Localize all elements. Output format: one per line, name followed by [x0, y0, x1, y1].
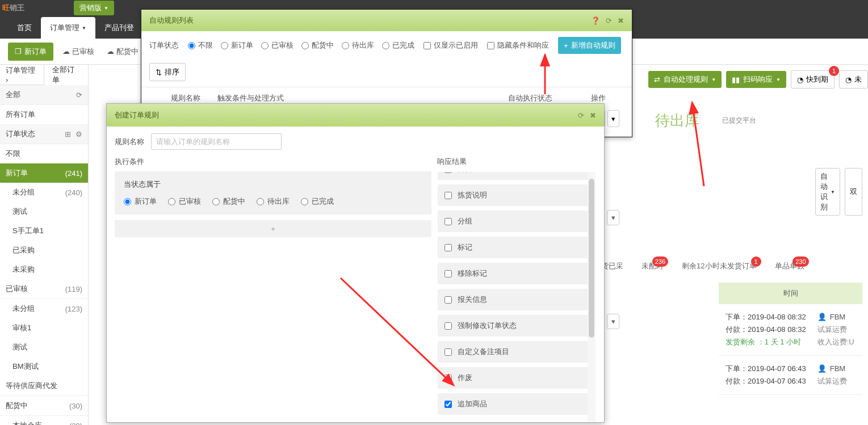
stat-unmatched-badge: 236 [652, 256, 668, 267]
sidebar-reviewed[interactable]: 已审核(119) [0, 279, 88, 299]
sidebar-header-status: 订单状态 ⊞⚙ [0, 124, 88, 144]
stat-12h-badge: 1 [751, 256, 761, 267]
sidebar-manual[interactable]: S手工单1 [0, 221, 88, 241]
add-product-link[interactable]: +追加商品 [438, 419, 479, 422]
marketing-menu[interactable]: 营销版▼ [74, 1, 114, 15]
resp-item[interactable]: 拣货说明 [438, 184, 593, 206]
resp-item[interactable]: 移除标记 [438, 263, 593, 284]
stat-single[interactable]: 单品单数230 [775, 261, 804, 271]
sidebar-new-order[interactable]: 新订单(241) [0, 163, 88, 183]
sidebar-ungrouped2[interactable]: 未分组(123) [0, 299, 88, 318]
refresh-icon[interactable]: ⟳ [578, 111, 584, 120]
close-icon[interactable]: ✖ [590, 111, 596, 120]
order-fbm: 👤FBM [817, 311, 854, 323]
col-rule-name: 规则名称 [149, 93, 217, 103]
expiring-button[interactable]: ◔快到期 [791, 70, 835, 89]
scrollbar-thumb[interactable] [589, 179, 594, 338]
resp-item[interactable]: 报关信息 [438, 289, 593, 310]
setting-caret-button[interactable]: ▾ [607, 110, 619, 127]
resp-item[interactable]: 强制修改订单状态 [438, 315, 593, 336]
cond-radio-new[interactable]: 新订单 [124, 196, 157, 207]
sidebar-waiting-supplier[interactable]: 等待供应商代发 [0, 376, 88, 396]
radio-shipping[interactable]: 配货中 [301, 40, 334, 51]
sidebar-ungrouped1[interactable]: 未分组(240) [0, 183, 88, 202]
cloud-icon: ☁ [62, 47, 70, 56]
order-status-label: 订单状态 [149, 40, 179, 51]
cond-radio-shipping[interactable]: 配货中 [212, 196, 245, 207]
plus-icon: + [564, 41, 568, 50]
sidebar-unlimited[interactable]: 不限 [0, 144, 88, 163]
sidebar-bmtest[interactable]: BM测试 [0, 357, 88, 376]
rule-name-input[interactable] [151, 133, 282, 150]
order-fbm: 👤FBM [817, 363, 847, 375]
sidebar-all-orders[interactable]: 所有订单 [0, 105, 88, 124]
add-condition-button[interactable]: + [115, 220, 431, 237]
order-trial-fee[interactable]: 试算运费 [817, 323, 854, 336]
sidebar-test[interactable]: 测试 [0, 202, 88, 221]
user-icon: 👤 [817, 311, 827, 323]
show-enabled-checkbox[interactable]: 仅显示已启用 [423, 40, 478, 51]
dropdown-caret[interactable]: ▾ [607, 210, 619, 225]
clock-icon: ◔ [797, 75, 803, 84]
radio-new-order[interactable]: 新订单 [221, 40, 253, 51]
breadcrumb[interactable]: 订单管理 › [0, 65, 44, 85]
sidebar-purchased[interactable]: 已采购 [0, 241, 88, 260]
order-row: 下单：2019-04-07 06:43 付款：2019-04-07 06:43 … [719, 356, 862, 395]
hide-cond-checkbox[interactable]: 隐藏条件和响应 [487, 40, 549, 51]
resp-item[interactable]: 留言 [438, 171, 593, 180]
sort-button[interactable]: ⇅排序 [149, 63, 186, 81]
refresh-icon[interactable]: ⟳ [76, 91, 82, 99]
cond-radio-reviewed[interactable]: 已审核 [168, 196, 201, 207]
order-trial-fee[interactable]: 试算运费 [817, 375, 847, 388]
double-select[interactable]: 双 [845, 168, 862, 216]
stat-single-badge: 230 [792, 256, 808, 267]
cond-radio-done[interactable]: 已完成 [301, 196, 334, 207]
cloud-icon: ☁ [107, 47, 114, 56]
plus-icon: + [271, 225, 275, 233]
breadcrumb-tab[interactable]: 全部订单 [44, 65, 88, 85]
add-auto-rule-button[interactable]: +新增自动规则 [558, 37, 621, 54]
radio-unlimited[interactable]: 不限 [188, 40, 213, 51]
stage-label: 待出库 [655, 111, 699, 131]
resp-item-checked[interactable]: 追加商品 [438, 393, 593, 415]
help-icon[interactable]: ❓ [591, 16, 600, 25]
sidebar-local-wh[interactable]: 本地仓库(29) [0, 416, 88, 425]
refresh-icon[interactable]: ⟳ [606, 16, 612, 25]
sidebar-test2[interactable]: 测试 [0, 338, 88, 357]
nav-products[interactable]: 产品刊登 [95, 17, 143, 39]
dropdown-caret[interactable]: ▾ [607, 314, 619, 329]
sidebar-header-all[interactable]: 全部 ⟳ [0, 85, 88, 105]
rule-name-label: 规则名称 [115, 137, 144, 147]
subnav-shipping[interactable]: ☁配货中 [103, 47, 142, 57]
radio-reviewed[interactable]: 已审核 [261, 40, 293, 51]
swap-icon: ⇄ [654, 75, 660, 84]
copy-icon: ❐ [15, 47, 22, 56]
response-list: 留言 拣货说明 分组 标记 移除标记 报关信息 强制修改订单状态 自定义备注项目… [437, 171, 596, 422]
auto-rules-button[interactable]: ⇄自动处理规则▼ [648, 71, 722, 88]
sidebar-unpurchased[interactable]: 未采购 [0, 260, 88, 279]
resp-item[interactable]: 自定义备注项目 [438, 341, 593, 363]
stat-unmatched[interactable]: 未配对236 [641, 261, 664, 271]
modal-title: 创建订单规则 [115, 110, 159, 120]
sidebar-shipping[interactable]: 配货中(30) [0, 396, 88, 416]
subnav-reviewed[interactable]: ☁已审核 [59, 47, 98, 57]
resp-item[interactable]: 作废 [438, 367, 593, 389]
sidebar-review1[interactable]: 审核1 [0, 318, 88, 338]
scrollbar[interactable] [588, 172, 596, 422]
resp-item[interactable]: 分组 [438, 211, 593, 232]
tree-icon[interactable]: ⊞ [65, 130, 71, 138]
cond-radio-pending[interactable]: 待出库 [257, 196, 290, 207]
not-done-button[interactable]: ◔未 [839, 70, 868, 89]
gear-icon[interactable]: ⚙ [76, 130, 82, 138]
barcode-icon: ▮▮ [732, 75, 740, 84]
close-icon[interactable]: ✖ [618, 16, 624, 25]
new-order-button[interactable]: ❐新订单 [8, 43, 53, 61]
nav-home[interactable]: 首页 [8, 17, 41, 39]
scan-resp-button[interactable]: ▮▮扫码响应▼ [726, 71, 786, 88]
nav-orders[interactable]: 订单管理▼ [41, 17, 95, 39]
stat-12h[interactable]: 剩余12小时未发货订单1 [682, 261, 756, 271]
radio-pending-out[interactable]: 待出库 [342, 40, 374, 51]
radio-completed[interactable]: 已完成 [382, 40, 414, 51]
auto-detect-select[interactable]: 自动识别▼ [815, 168, 840, 216]
resp-item[interactable]: 标记 [438, 237, 593, 258]
